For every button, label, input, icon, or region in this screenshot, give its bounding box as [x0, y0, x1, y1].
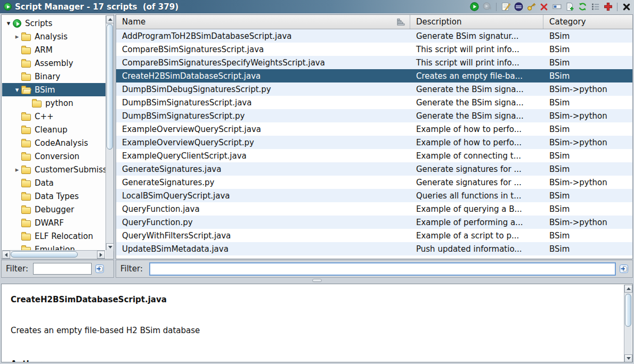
scroll-left-arrow[interactable] [2, 251, 10, 259]
table-row[interactable]: QueryWithFiltersScript.java Example of a… [116, 229, 632, 242]
filter-options-icon[interactable] [95, 264, 104, 274]
cell-name: DumpBSimDebugSignaturesScript.py [116, 85, 410, 94]
table-row[interactable]: GenerateSignatures.py Generate signature… [116, 176, 632, 189]
tree-item[interactable]: Binary [2, 70, 105, 83]
tree-filter-bar: Filter: [1, 260, 114, 278]
table-row[interactable]: QueryFunction.java Example of querying a… [116, 202, 632, 216]
cell-name: CompareBSimSignaturesSpecifyWeightsScrip… [116, 58, 410, 68]
tree-item[interactable]: Conversion [2, 150, 105, 163]
expander-icon[interactable] [13, 32, 21, 41]
script-list-icon[interactable] [590, 2, 600, 12]
cell-name: QueryFunction.py [116, 218, 410, 227]
cell-name: DumpBSimSignaturesScript.py [116, 111, 410, 121]
tree-item-label: python [45, 98, 73, 108]
refresh-icon[interactable] [578, 2, 587, 12]
scroll-up-arrow[interactable] [106, 15, 114, 23]
table-row[interactable]: CompareBSimSignaturesScript.java This sc… [116, 43, 632, 56]
tree-item[interactable]: Cleanup [2, 123, 105, 136]
tree-item[interactable]: C++ [2, 110, 105, 123]
folder-icon [21, 220, 31, 227]
table-row[interactable]: ExampleOverviewQueryScript.py Example of… [116, 136, 632, 149]
tree-item[interactable]: ARM [2, 43, 105, 56]
tree-filter-input[interactable] [33, 263, 92, 275]
table-row[interactable]: ExampleOverviewQueryScript.java Example … [116, 122, 632, 136]
filter-options-icon[interactable] [619, 264, 629, 274]
cell-category: BSim [543, 125, 632, 134]
folder-icon [21, 140, 31, 147]
tree-item-label: Data Types [35, 192, 79, 201]
tree-item[interactable]: DWARF [2, 216, 105, 229]
table-row[interactable]: CreateH2BSimDatabaseScript.java Creates … [116, 69, 632, 82]
tree-item[interactable]: Debugger [2, 203, 105, 216]
run-last-icon[interactable] [482, 2, 492, 12]
scroll-up-arrow[interactable] [624, 285, 632, 293]
tree-item-label: DWARF [35, 218, 64, 228]
cell-name: DumpBSimSignaturesScript.java [116, 98, 410, 107]
sort-indicator-icon[interactable] [397, 18, 405, 26]
eclipse-icon[interactable] [514, 2, 523, 12]
tree-item[interactable]: Data Types [2, 189, 105, 203]
table-row[interactable]: DumpBSimSignaturesScript.java Generate t… [116, 96, 632, 109]
table-row[interactable]: DumpBSimSignaturesScript.py Generate the… [116, 109, 632, 122]
tree-item[interactable]: CustomerSubmission [2, 163, 105, 176]
tree-vscroll-thumb[interactable] [107, 24, 113, 150]
tree-item-label: Analysis [35, 32, 68, 42]
table-row[interactable]: LocalBSimQueryScript.java Queries all fu… [116, 189, 632, 202]
table-row[interactable]: CompareBSimSignaturesSpecifyWeightsScrip… [116, 56, 632, 69]
tree-vertical-scrollbar[interactable] [105, 15, 113, 251]
scroll-down-arrow[interactable] [624, 354, 632, 362]
tree-item[interactable]: Assembly [2, 56, 105, 70]
folder-icon [21, 87, 31, 94]
column-header-name-label: Name [122, 17, 145, 27]
close-icon[interactable] [622, 2, 631, 12]
cell-name: QueryWithFiltersScript.java [116, 231, 410, 241]
horizontal-splitter[interactable] [0, 278, 634, 283]
tree-horizontal-scrollbar[interactable] [2, 250, 105, 258]
tree-item[interactable]: Analysis [2, 30, 105, 43]
scroll-right-arrow[interactable] [97, 251, 105, 259]
tree-item[interactable]: ELF Relocation [2, 229, 105, 243]
column-header-category[interactable]: Category [543, 15, 632, 29]
table-row[interactable]: UpdateBSimMetadata.java Push updated inf… [116, 242, 632, 255]
table-row[interactable]: QueryFunction.py Example of performing a… [116, 216, 632, 229]
cell-description: Generate the BSim signa... [410, 98, 543, 107]
scrollbar-corner [105, 250, 113, 258]
run-icon[interactable] [469, 2, 479, 12]
help-icon[interactable] [603, 2, 613, 12]
cell-description: Example of connecting t... [410, 151, 543, 161]
tree-hscroll-thumb[interactable] [11, 251, 78, 258]
cell-category: BSim [543, 244, 632, 254]
folder-icon [21, 234, 31, 241]
expander-icon[interactable] [13, 86, 21, 94]
script-directories-icon[interactable] [565, 2, 574, 12]
table-row[interactable]: ExampleQueryClientScript.java Example of… [116, 149, 632, 162]
rename-icon[interactable] [552, 2, 562, 12]
cell-category: BSim->python [543, 85, 632, 94]
cell-category: BSim [543, 45, 632, 54]
folder-icon [21, 180, 31, 187]
new-script-icon[interactable] [501, 2, 510, 12]
table-row[interactable]: DumpBSimDebugSignaturesScript.py Generat… [116, 82, 632, 96]
table-row[interactable]: GenerateSignatures.java Generate signatu… [116, 162, 632, 176]
tree-item[interactable]: python [2, 96, 105, 110]
splitter-grip[interactable] [312, 279, 322, 282]
expander-icon[interactable] [4, 19, 13, 28]
column-header-name[interactable]: Name [116, 15, 410, 29]
details-vertical-scrollbar[interactable] [624, 285, 632, 362]
key-binding-icon[interactable] [526, 2, 536, 12]
column-header-description[interactable]: Description [410, 15, 543, 29]
tree-item[interactable]: Emulation [2, 243, 105, 251]
table-row[interactable]: AddProgramToH2BSimDatabaseScript.java Ge… [116, 29, 632, 43]
cell-description: Generate the BSim signa... [410, 85, 543, 94]
details-vscroll-thumb[interactable] [625, 294, 631, 327]
cell-description: Example of performing a... [410, 218, 543, 227]
toolbar-separator [496, 3, 497, 11]
tree-item[interactable]: CodeAnalysis [2, 136, 105, 150]
tree-item[interactable]: Scripts [2, 16, 105, 30]
tree-item[interactable]: BSim [2, 83, 105, 96]
expander-icon[interactable] [13, 166, 21, 174]
table-filter-input[interactable] [149, 262, 616, 276]
tree-item-label: Debugger [35, 205, 74, 214]
delete-icon[interactable] [539, 2, 549, 12]
tree-item[interactable]: Data [2, 176, 105, 189]
